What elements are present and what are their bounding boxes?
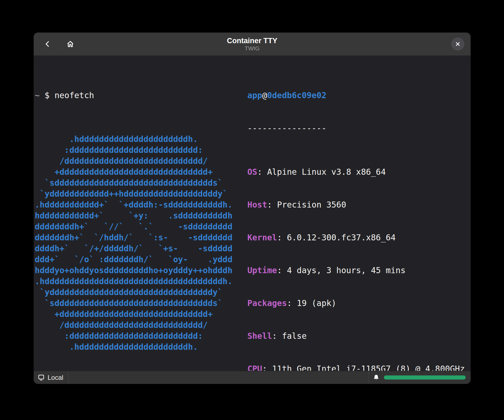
- home-icon: [66, 39, 75, 49]
- notification-bell-button[interactable]: [372, 374, 380, 381]
- info-label: OS: [247, 167, 257, 177]
- prompt-tilde: ~: [35, 91, 40, 100]
- status-bar: Local: [34, 371, 471, 384]
- info-row-os: OS: Alpine Linux v3.8 x86_64: [247, 167, 465, 177]
- info-label: Kernel: [247, 233, 277, 242]
- info-colon: :: [277, 233, 287, 242]
- info-value: Precision 3560: [277, 200, 346, 209]
- info-value: 6.0.12-300.fc37.x86_64: [287, 233, 396, 242]
- info-row-packages: Packages: 19 (apk): [247, 298, 465, 309]
- at-sign: @: [262, 91, 267, 100]
- footer-divider: [68, 371, 68, 384]
- prompt-command: neofetch: [54, 91, 94, 100]
- info-row-shell: Shell: false: [247, 331, 465, 342]
- bell-icon: [373, 374, 380, 381]
- info-colon: :: [257, 167, 267, 177]
- system-info-panel: app@0dedb6c09e02 ---------------- OS: Al…: [247, 68, 465, 384]
- window-subtitle: TWIG: [245, 45, 260, 51]
- back-button[interactable]: [42, 39, 53, 49]
- info-label: Uptime: [247, 266, 277, 275]
- info-colon: :: [287, 298, 297, 308]
- info-colon: :: [272, 331, 282, 341]
- separator-line: ----------------: [247, 123, 465, 134]
- username: app: [247, 91, 262, 100]
- window-title: Container TTY: [227, 37, 277, 45]
- header-bar: Container TTY TWIG: [34, 33, 471, 56]
- info-label: Packages: [247, 298, 287, 308]
- home-button[interactable]: [64, 38, 76, 50]
- progress-indicator: [384, 375, 466, 380]
- chevron-left-icon: [44, 39, 52, 49]
- close-button[interactable]: [451, 37, 464, 51]
- info-label: Shell: [247, 331, 272, 341]
- info-colon: :: [277, 266, 287, 275]
- info-row-host: Host: Precision 3560: [247, 199, 465, 210]
- info-label: Host: [247, 200, 267, 209]
- info-colon: :: [267, 200, 277, 209]
- footer-divider-right: [368, 371, 369, 384]
- prompt-dollar: $: [40, 91, 54, 100]
- info-row-uptime: Uptime: 4 days, 3 hours, 45 mins: [247, 265, 465, 276]
- session-tab-local[interactable]: Local: [34, 371, 68, 384]
- user-host-line: app@0dedb6c09e02: [247, 90, 465, 101]
- info-value: Alpine Linux v3.8 x86_64: [267, 167, 386, 177]
- close-icon: [454, 41, 461, 47]
- session-tab-label: Local: [48, 374, 63, 381]
- info-value: false: [282, 331, 306, 341]
- info-value: 19 (apk): [297, 298, 337, 308]
- terminal-screen[interactable]: ~ $ neofetch .hddddddddddddddddddddddh. …: [34, 56, 471, 371]
- terminal-window: Container TTY TWIG ~ $ neofetch .hdddddd…: [34, 33, 471, 384]
- info-value: 4 days, 3 hours, 45 mins: [287, 266, 405, 275]
- monitor-icon: [37, 374, 45, 381]
- info-row-kernel: Kernel: 6.0.12-300.fc37.x86_64: [247, 232, 465, 243]
- hostname: 0dedb6c09e02: [267, 91, 326, 100]
